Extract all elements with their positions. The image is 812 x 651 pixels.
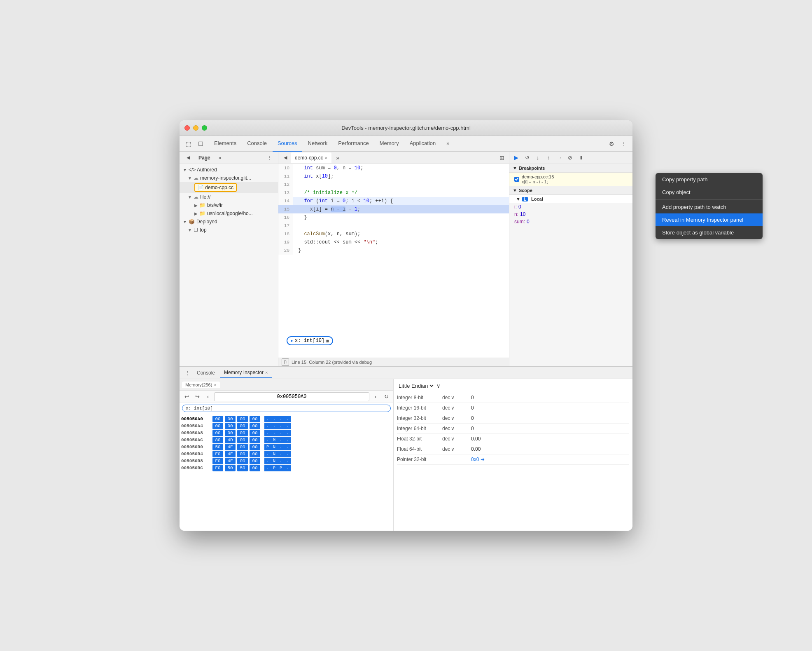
pause-icon[interactable]: ⏸ — [576, 153, 585, 162]
next-page-icon[interactable]: › — [371, 392, 380, 401]
tree-demo-cpp[interactable]: 📄 demo-cpp.cc — [180, 182, 278, 193]
data-format[interactable]: dec ∨ — [442, 426, 471, 431]
hex-byte[interactable]: 00 — [250, 437, 260, 443]
ctx-store-global[interactable]: Store object as global variable — [656, 226, 763, 239]
ctx-copy-property-path[interactable]: Copy property path — [656, 173, 763, 186]
memory-inspector-tab[interactable]: Memory Inspector × — [220, 368, 272, 378]
panel-dots-icon[interactable]: ⋮ — [183, 368, 192, 377]
hex-byte[interactable]: 4E — [225, 451, 236, 457]
hex-byte[interactable]: E0 — [212, 465, 223, 471]
endian-select[interactable]: Little Endian — [397, 382, 435, 389]
settings-icon[interactable]: ⚙ — [606, 138, 617, 149]
panel-menu-icon[interactable]: ⋮ — [264, 152, 275, 163]
hex-byte[interactable]: 00 — [225, 423, 236, 429]
hex-byte[interactable]: E0 — [212, 451, 223, 457]
more-tabs[interactable]: » — [441, 136, 454, 152]
hex-byte[interactable]: 4E — [225, 444, 236, 450]
hex-byte[interactable]: 50 — [212, 444, 223, 450]
address-input[interactable] — [214, 392, 369, 401]
memory-tab-256-close[interactable]: × — [214, 382, 216, 387]
hex-byte[interactable]: 4D — [225, 437, 236, 443]
hex-byte[interactable]: 00 — [237, 458, 248, 464]
hex-byte[interactable]: 00 — [212, 430, 223, 436]
tree-memory-inspector[interactable]: ▼ ☁ memory-inspector.glit... — [180, 174, 278, 182]
more-options-icon[interactable]: ⋮ — [618, 138, 629, 149]
tree-bsw[interactable]: ▶ 📁 b/s/w/ir — [180, 201, 278, 209]
prev-file-icon[interactable]: ◀ — [280, 152, 291, 163]
scope-header[interactable]: ▼ Scope — [509, 186, 632, 195]
more-panel-tabs[interactable]: » — [215, 154, 225, 162]
minimize-button[interactable] — [193, 125, 198, 131]
hex-byte[interactable]: 00 — [250, 423, 260, 429]
format-icon[interactable]: ⊞ — [497, 152, 507, 163]
prev-page-icon[interactable]: ‹ — [203, 392, 212, 401]
hex-byte[interactable]: 00 — [250, 458, 260, 464]
zoom-button[interactable] — [202, 125, 207, 131]
data-format[interactable]: dec ∨ — [442, 395, 471, 400]
data-format[interactable]: dec ∨ — [442, 405, 471, 411]
var-tag[interactable]: x: int[10] — [182, 405, 391, 412]
more-files-icon[interactable]: » — [332, 152, 343, 163]
hex-byte[interactable]: E0 — [212, 458, 223, 464]
hex-byte[interactable]: 00 — [237, 451, 248, 457]
hex-byte[interactable]: 00 — [250, 451, 260, 457]
memory-tab-256[interactable]: Memory(256) × — [182, 382, 220, 388]
resume-icon[interactable]: ▶ — [512, 153, 521, 162]
tab-network[interactable]: Network — [303, 136, 333, 152]
tree-usr[interactable]: ▶ 📁 usr/local/google/ho... — [180, 209, 278, 218]
pointer-link[interactable]: 0x0 ➜ — [471, 457, 485, 462]
hex-byte[interactable]: 80 — [212, 437, 223, 443]
ctx-reveal-memory[interactable]: Reveal in Memory Inspector panel — [656, 213, 763, 226]
history-back-icon[interactable]: ↩ — [182, 392, 191, 401]
hex-byte[interactable]: 00 — [225, 416, 236, 422]
step-over-icon[interactable]: ↺ — [523, 153, 532, 162]
hex-byte[interactable]: 00 — [212, 423, 223, 429]
step-icon[interactable]: → — [555, 153, 564, 162]
tab-elements[interactable]: Elements — [209, 136, 241, 152]
editor-tab-demo-cpp[interactable]: demo-cpp.cc × — [291, 152, 331, 163]
hex-byte[interactable]: 00 — [237, 416, 248, 422]
hex-byte[interactable]: 00 — [237, 437, 248, 443]
tab-application[interactable]: Application — [405, 136, 441, 152]
tab-memory[interactable]: Memory — [375, 136, 404, 152]
tab-console[interactable]: Console — [242, 136, 272, 152]
hex-byte[interactable]: 4E — [225, 458, 236, 464]
tab-sources[interactable]: Sources — [273, 136, 302, 152]
ctx-add-to-watch[interactable]: Add property path to watch — [656, 201, 763, 213]
memory-tab-close[interactable]: × — [265, 370, 268, 375]
hex-byte[interactable]: 00 — [237, 423, 248, 429]
step-into-icon[interactable]: ↓ — [533, 153, 542, 162]
local-header[interactable]: ▼ L Local — [509, 195, 632, 203]
variable-popup[interactable]: ▶ x: int[10] ⊞ — [287, 336, 333, 345]
tree-top[interactable]: ▼ ☐ top — [180, 226, 278, 234]
collapse-icon[interactable]: ◀ — [183, 152, 194, 163]
breakpoints-header[interactable]: ▼ Breakpoints — [509, 164, 632, 173]
history-forward-icon[interactable]: ↪ — [193, 392, 202, 401]
hex-byte[interactable]: 00 — [250, 444, 260, 450]
hex-byte[interactable]: 50 — [237, 465, 248, 471]
tree-deployed[interactable]: ▼ 📦 Deployed — [180, 218, 278, 226]
hex-byte[interactable]: 00 — [237, 430, 248, 436]
step-out-icon[interactable]: ↑ — [544, 153, 553, 162]
hex-byte[interactable]: 00 — [250, 430, 260, 436]
tab-performance[interactable]: Performance — [333, 136, 373, 152]
tab-close-icon[interactable]: × — [325, 155, 327, 160]
data-format[interactable]: dec ∨ — [442, 436, 471, 442]
hex-byte[interactable]: 00 — [237, 444, 248, 450]
tree-authored[interactable]: ▼ </> Authored — [180, 166, 278, 174]
hex-byte[interactable]: 00 — [225, 430, 236, 436]
cursor-icon[interactable]: ⬚ — [183, 138, 194, 149]
page-tab[interactable]: Page — [195, 154, 214, 162]
var-chip[interactable]: ▶ x: int[10] ⊞ — [287, 336, 333, 345]
device-icon[interactable]: ☐ — [195, 138, 206, 149]
ctx-copy-object[interactable]: Copy object — [656, 186, 763, 199]
refresh-icon[interactable]: ↻ — [382, 392, 391, 401]
close-button[interactable] — [184, 125, 190, 131]
data-format[interactable]: dec ∨ — [442, 415, 471, 421]
breakpoint-checkbox[interactable] — [514, 177, 519, 182]
console-tab[interactable]: Console — [193, 368, 219, 378]
data-format[interactable]: dec ∨ — [442, 446, 471, 452]
tree-file-protocol[interactable]: ▼ ☁ file:// — [180, 193, 278, 201]
hex-byte[interactable]: 00 — [212, 416, 223, 422]
hex-byte[interactable]: 50 — [225, 465, 236, 471]
